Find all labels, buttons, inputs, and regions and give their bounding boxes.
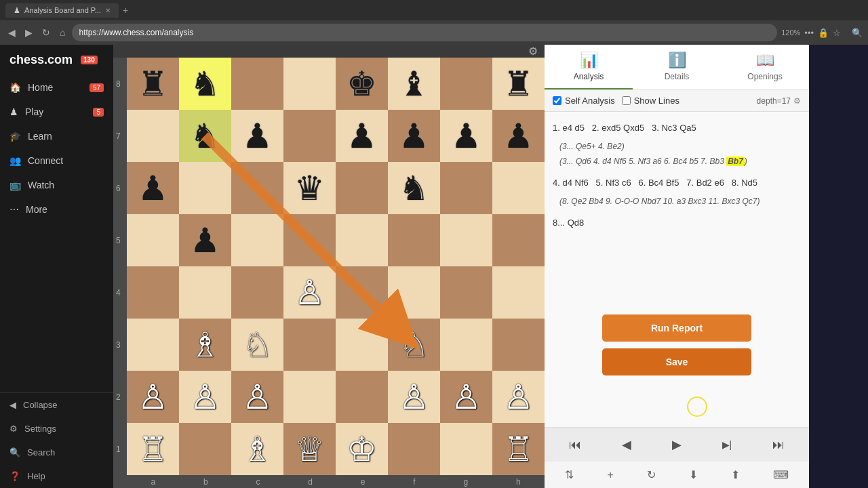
show-lines-checkbox-label[interactable]: Show Lines bbox=[622, 96, 679, 106]
cell-e7[interactable]: ♟ bbox=[336, 110, 388, 162]
share-button[interactable]: ⬆ bbox=[726, 466, 745, 484]
cell-h6[interactable] bbox=[492, 162, 545, 214]
sidebar-item-settings[interactable]: ⚙ Settings bbox=[0, 417, 113, 441]
cell-d6[interactable]: ♛ bbox=[283, 162, 336, 214]
cell-f5[interactable] bbox=[388, 214, 440, 266]
tab-openings[interactable]: 📖 Openings bbox=[721, 45, 809, 89]
home-button[interactable]: ⌂ bbox=[57, 24, 68, 41]
next-move-button[interactable]: ▶| bbox=[713, 435, 742, 454]
sidebar-item-watch[interactable]: 📺 Watch bbox=[0, 173, 113, 197]
tab-analysis[interactable]: 📊 Analysis bbox=[545, 45, 633, 89]
cell-g6[interactable] bbox=[440, 162, 492, 214]
tab-close-button[interactable]: ✕ bbox=[105, 7, 111, 14]
sidebar-item-more[interactable]: ⋯ More bbox=[0, 197, 113, 222]
cell-b8[interactable]: ♞ bbox=[179, 58, 231, 110]
star-icon[interactable]: ☆ bbox=[833, 28, 841, 38]
show-lines-checkbox[interactable] bbox=[622, 96, 631, 105]
sidebar-item-collapse[interactable]: ◀ Collapse bbox=[0, 393, 113, 417]
new-tab-button[interactable]: + bbox=[123, 5, 128, 16]
cell-d4[interactable]: ♙ bbox=[283, 266, 336, 319]
sidebar-item-home[interactable]: 🏠 Home 57 bbox=[0, 75, 113, 100]
cell-e6[interactable] bbox=[336, 162, 388, 214]
cell-f6[interactable]: ♞ bbox=[388, 162, 440, 214]
cell-g3[interactable] bbox=[440, 319, 492, 371]
cell-h3[interactable] bbox=[492, 319, 545, 371]
browser-tab[interactable]: ♟ Analysis Board and P... ✕ bbox=[5, 3, 119, 18]
cell-d8[interactable] bbox=[283, 58, 336, 110]
download-button[interactable]: ⬇ bbox=[684, 466, 703, 484]
board-settings-icon[interactable]: ⚙ bbox=[528, 45, 538, 58]
cell-f1[interactable] bbox=[388, 423, 440, 475]
cell-d7[interactable] bbox=[283, 110, 336, 162]
cell-h2[interactable]: ♙ bbox=[492, 371, 545, 423]
sidebar-item-play[interactable]: ♟ Play 5 bbox=[0, 100, 113, 124]
self-analysis-checkbox[interactable] bbox=[553, 96, 561, 105]
cell-g4[interactable] bbox=[440, 266, 492, 319]
tab-details[interactable]: ℹ️ Details bbox=[633, 45, 721, 89]
cell-f3[interactable]: ♘ bbox=[388, 319, 440, 371]
cell-g1[interactable] bbox=[440, 423, 492, 475]
save-button[interactable]: Save bbox=[602, 348, 751, 375]
cell-h7[interactable]: ♟ bbox=[492, 110, 545, 162]
chess-board[interactable]: ♜ ♞ ♚ ♝ ♜ bbox=[127, 58, 545, 475]
cell-a1[interactable]: ♖ bbox=[127, 423, 179, 475]
cell-c8[interactable] bbox=[231, 58, 283, 110]
first-move-button[interactable]: ⏮ bbox=[559, 434, 591, 456]
sidebar-item-learn[interactable]: 🎓 Learn bbox=[0, 124, 113, 148]
play-pause-button[interactable]: ▶ bbox=[663, 433, 691, 456]
cell-h5[interactable] bbox=[492, 214, 545, 266]
cell-b7[interactable]: ♞ bbox=[179, 110, 231, 162]
self-analysis-checkbox-label[interactable]: Self Analysis bbox=[553, 96, 615, 106]
forward-button[interactable]: ▶ bbox=[22, 24, 35, 41]
cell-f2[interactable]: ♙ bbox=[388, 371, 440, 423]
cell-b6[interactable] bbox=[179, 162, 231, 214]
cell-f7[interactable]: ♟ bbox=[388, 110, 440, 162]
cell-a4[interactable] bbox=[127, 266, 179, 319]
cell-d1[interactable]: ♕ bbox=[283, 423, 336, 475]
refresh-button[interactable]: ↻ bbox=[39, 24, 53, 41]
cell-h1[interactable]: ♖ bbox=[492, 423, 545, 475]
cell-h8[interactable]: ♜ bbox=[492, 58, 545, 110]
cell-a5[interactable] bbox=[127, 214, 179, 266]
cell-a7[interactable] bbox=[127, 110, 179, 162]
cell-a6[interactable]: ♟ bbox=[127, 162, 179, 214]
cell-h4[interactable] bbox=[492, 266, 545, 319]
cell-b2[interactable]: ♙ bbox=[179, 371, 231, 423]
sidebar-item-search[interactable]: 🔍 Search bbox=[0, 441, 113, 464]
cell-b4[interactable] bbox=[179, 266, 231, 319]
cell-g8[interactable] bbox=[440, 58, 492, 110]
search-toolbar-icon[interactable]: 🔍 bbox=[852, 28, 863, 38]
cell-b5[interactable]: ♟ bbox=[179, 214, 231, 266]
cell-c3[interactable]: ♘ bbox=[231, 319, 283, 371]
cell-c5[interactable] bbox=[231, 214, 283, 266]
cell-c7[interactable]: ♟ bbox=[231, 110, 283, 162]
back-button[interactable]: ◀ bbox=[5, 24, 18, 41]
cell-e2[interactable] bbox=[336, 371, 388, 423]
cell-e4[interactable] bbox=[336, 266, 388, 319]
address-bar[interactable] bbox=[72, 24, 777, 41]
cell-c1[interactable]: ♗ bbox=[231, 423, 283, 475]
extension-icon[interactable]: 🔒 bbox=[818, 28, 829, 38]
sidebar-item-help[interactable]: ❓ Help bbox=[0, 464, 113, 488]
cell-a2[interactable]: ♙ bbox=[127, 371, 179, 423]
cell-f4[interactable] bbox=[388, 266, 440, 319]
cell-e5[interactable] bbox=[336, 214, 388, 266]
cell-b3[interactable]: ♗ bbox=[179, 319, 231, 371]
flip-board-button[interactable]: ⇅ bbox=[559, 466, 579, 484]
prev-move-button[interactable]: ◀ bbox=[612, 433, 641, 456]
cell-g7[interactable]: ♟ bbox=[440, 110, 492, 162]
cell-c6[interactable] bbox=[231, 162, 283, 214]
sidebar-item-connect[interactable]: 👥 Connect bbox=[0, 148, 113, 173]
cell-f8[interactable]: ♝ bbox=[388, 58, 440, 110]
sidebar-logo[interactable]: chess.com 130 bbox=[0, 45, 113, 75]
refresh-analysis-button[interactable]: ↻ bbox=[642, 466, 661, 484]
cell-g5[interactable] bbox=[440, 214, 492, 266]
cell-b1[interactable] bbox=[179, 423, 231, 475]
add-button[interactable]: + bbox=[601, 466, 618, 484]
cell-c2[interactable]: ♙ bbox=[231, 371, 283, 423]
cell-g2[interactable]: ♙ bbox=[440, 371, 492, 423]
cell-e3[interactable] bbox=[336, 319, 388, 371]
last-move-button[interactable]: ⏭ bbox=[763, 434, 794, 456]
cell-a8[interactable]: ♜ bbox=[127, 58, 179, 110]
run-report-button[interactable]: Run Report bbox=[602, 314, 751, 342]
